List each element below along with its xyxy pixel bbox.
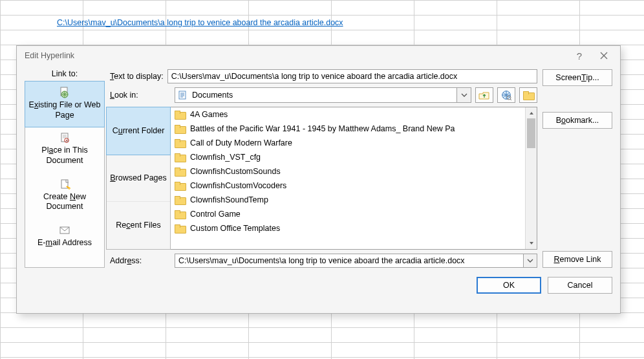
- chevron-down-icon[interactable]: [456, 88, 471, 102]
- help-button[interactable]: ?: [567, 47, 592, 65]
- linkto-place-in-doc[interactable]: Place in This Document: [25, 127, 104, 173]
- document-target-icon: [28, 132, 102, 144]
- list-item-label: ClownfishSoundTemp: [190, 195, 268, 204]
- list-item[interactable]: Clownfish_VST_cfg: [171, 150, 525, 164]
- scrollbar-thumb[interactable]: [527, 118, 535, 148]
- linkto-create-new[interactable]: Create New Document: [25, 173, 104, 219]
- linkto-email-label: E-mail Address: [28, 238, 102, 248]
- svg-point-6: [69, 187, 70, 189]
- list-item[interactable]: ClownfishCustomVocoders: [171, 179, 525, 193]
- linkto-existing-file[interactable]: Existing File or Web Page: [25, 81, 105, 127]
- bookmark-button[interactable]: Bookmark...: [542, 112, 612, 129]
- linkto-existing-label: Existing File or Web Page: [28, 100, 102, 120]
- documents-folder-icon: [175, 88, 191, 102]
- screentip-button[interactable]: ScreenTip...: [542, 69, 612, 86]
- list-item-label: Call of Duty Modern Warfare: [190, 138, 292, 147]
- list-item-label: Battles of the Pacific War 1941 - 1945 b…: [190, 124, 455, 133]
- new-document-icon: [28, 179, 102, 190]
- browse-nav: Current Folder Browsed Pages Recent File…: [106, 107, 171, 250]
- scroll-down-icon[interactable]: [526, 238, 537, 249]
- text-to-display-input[interactable]: [167, 69, 537, 83]
- folder-icon: [175, 224, 185, 232]
- email-icon: [28, 224, 102, 236]
- list-item-label: ClownfishCustomVocoders: [190, 181, 286, 190]
- linkto-place-label: Place in This Document: [28, 146, 102, 166]
- folder-icon: [175, 139, 185, 147]
- folder-icon: [175, 168, 185, 175]
- list-item[interactable]: Battles of the Pacific War 1941 - 1945 b…: [171, 122, 525, 136]
- close-button[interactable]: [592, 47, 616, 65]
- file-list[interactable]: 4A GamesBattles of the Pacific War 1941 …: [171, 107, 537, 250]
- svg-point-4: [66, 140, 67, 141]
- list-item-label: Custom Office Templates: [190, 224, 280, 233]
- titlebar: Edit Hyperlink ?: [17, 46, 620, 65]
- list-item[interactable]: Custom Office Templates: [171, 221, 525, 235]
- list-item-label: Clownfish_VST_cfg: [190, 153, 261, 162]
- text-to-display-label: Text to display:: [110, 72, 164, 81]
- remove-link-button[interactable]: Remove Link: [542, 251, 612, 268]
- link-to-label: Link to:: [25, 69, 105, 78]
- folder-icon: [175, 210, 185, 218]
- list-item[interactable]: Call of Duty Modern Warfare: [171, 136, 525, 150]
- list-item-label: ClownfishCustomSounds: [190, 167, 281, 176]
- folder-icon: [175, 182, 185, 190]
- scrollbar-vertical[interactable]: [525, 107, 537, 249]
- svg-rect-8: [179, 91, 186, 99]
- edit-hyperlink-dialog: Edit Hyperlink ? Link to: Existing File …: [16, 45, 621, 314]
- folder-icon: [175, 153, 185, 161]
- cell-hyperlink[interactable]: C:\Users\mav_u\Documents\a long trip to …: [57, 18, 343, 27]
- list-item[interactable]: Control Game: [171, 207, 525, 221]
- folder-icon: [175, 196, 185, 204]
- tab-browsed-pages[interactable]: Browsed Pages: [107, 155, 170, 202]
- tab-recent-files[interactable]: Recent Files: [107, 202, 170, 249]
- list-item[interactable]: ClownfishSoundTemp: [171, 193, 525, 207]
- address-dropdown[interactable]: [523, 254, 537, 268]
- look-in-value: Documents: [191, 88, 456, 102]
- look-in-combo[interactable]: Documents: [175, 87, 471, 103]
- linkto-new-label: Create New Document: [28, 192, 102, 212]
- up-one-level-button[interactable]: [475, 87, 493, 103]
- browse-file-button[interactable]: [519, 87, 537, 103]
- tab-current-folder[interactable]: Current Folder: [106, 107, 171, 155]
- address-label: Address:: [110, 256, 171, 265]
- list-item-label: Control Game: [190, 210, 241, 219]
- list-item-label: 4A Games: [190, 110, 228, 119]
- scroll-up-icon[interactable]: [526, 107, 537, 118]
- folder-icon: [175, 125, 185, 133]
- globe-page-icon: [28, 87, 102, 98]
- address-input[interactable]: [175, 254, 523, 268]
- link-to-panel: Existing File or Web Page Place in This …: [25, 81, 105, 268]
- browse-web-button[interactable]: [497, 87, 515, 103]
- look-in-label: Look in:: [110, 91, 171, 100]
- list-item[interactable]: 4A Games: [171, 107, 525, 122]
- cancel-button[interactable]: Cancel: [548, 277, 612, 294]
- folder-open-icon: [523, 91, 533, 99]
- folder-icon: [175, 111, 185, 118]
- list-item[interactable]: ClownfishCustomSounds: [171, 164, 525, 179]
- dialog-title: Edit Hyperlink: [25, 51, 567, 60]
- ok-button[interactable]: OK: [477, 277, 541, 294]
- linkto-email[interactable]: E-mail Address: [25, 219, 104, 267]
